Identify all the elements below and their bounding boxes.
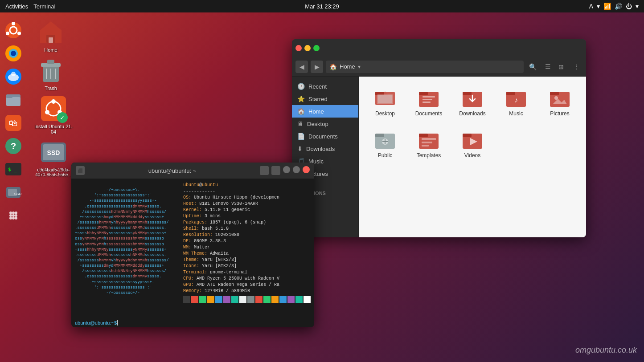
folder-desktop-label: Desktop xyxy=(375,110,395,117)
folder-documents[interactable]: Documents xyxy=(410,84,448,120)
home-label: Home xyxy=(44,47,57,53)
svg-text:SSD: SSD xyxy=(47,149,60,156)
fm-list-view-button[interactable]: ☰ xyxy=(541,61,554,73)
terminal-window: ⬛ ubuntu@ubuntu: ~ 🔍 ☰ ─ □ ✕ .-/+oosssso… xyxy=(71,163,314,327)
term-minimize-button[interactable]: ─ xyxy=(283,166,290,173)
fm-search-button[interactable]: 🔍 xyxy=(526,61,539,73)
svg-rect-72 xyxy=(422,145,429,146)
svg-point-3 xyxy=(17,32,21,35)
desktop-item-ssd[interactable]: SSD c9d4bad5-29da-4070-86a6-9a6e... xyxy=(31,138,76,177)
system-menu-icon[interactable]: ▾ xyxy=(636,3,639,10)
folder-documents-label: Documents xyxy=(415,110,443,117)
fm-back-button[interactable]: ◀ xyxy=(295,61,308,73)
fm-minimize-button[interactable] xyxy=(304,45,311,51)
svg-point-31 xyxy=(15,217,17,220)
svg-rect-53 xyxy=(419,92,428,95)
starred-icon: ⭐ xyxy=(297,95,305,102)
svg-point-4 xyxy=(6,32,9,35)
sidebar-item-documents[interactable]: 📄 Documents xyxy=(292,130,358,142)
term-menu-button[interactable]: ☰ xyxy=(271,166,280,175)
svg-rect-69 xyxy=(419,134,428,137)
ubuntu-logo-icon[interactable] xyxy=(3,20,24,41)
svg-point-64 xyxy=(554,96,558,100)
install-ubuntu-label: Install Ubuntu 21-04 xyxy=(34,124,73,134)
sidebar-item-downloads[interactable]: ⬇ Downloads xyxy=(292,142,358,155)
folder-desktop[interactable]: Desktop xyxy=(366,84,404,120)
trash-label: Trash xyxy=(45,85,57,91)
help-icon[interactable]: ? xyxy=(3,135,24,157)
network-icon[interactable]: ▾ xyxy=(597,3,600,10)
svg-point-28 xyxy=(15,214,17,217)
activities-label[interactable]: Activities xyxy=(5,3,28,10)
folder-videos[interactable]: Videos xyxy=(453,126,492,162)
terminal-app-icon: ⬛ xyxy=(76,166,85,175)
folder-templates[interactable]: Templates xyxy=(410,126,448,162)
fm-address-bar: 🏠 Home ▾ xyxy=(326,61,524,73)
folder-music[interactable]: ♪ Music xyxy=(497,84,535,120)
term-maximize-button[interactable]: □ xyxy=(293,166,300,173)
terminal-prompt[interactable]: ubuntu@ubuntu:~$ xyxy=(71,318,314,327)
term-close-button[interactable]: ✕ xyxy=(303,166,310,173)
sidebar-item-recent[interactable]: 🕐 Recent xyxy=(292,80,358,93)
ssd-dock-icon[interactable]: SSD xyxy=(3,182,24,203)
svg-rect-51 xyxy=(378,95,392,103)
folder-downloads-label: Downloads xyxy=(459,110,485,117)
app-grid-icon[interactable] xyxy=(3,205,24,226)
sidebar-home-label: Home xyxy=(308,108,324,115)
sidebar-item-home[interactable]: 🏠 Home xyxy=(292,105,358,118)
files-icon[interactable] xyxy=(3,89,24,110)
folder-pictures-label: Pictures xyxy=(550,110,569,117)
svg-text:$ _: $ _ xyxy=(8,167,17,172)
firefox-icon[interactable] xyxy=(3,43,24,64)
folder-music-label: Music xyxy=(509,110,523,117)
fm-address-text: Home xyxy=(340,63,355,70)
sidebar-item-desktop[interactable]: 🖥 Desktop xyxy=(292,118,358,130)
folder-grid: Desktop Documents xyxy=(366,84,579,162)
datetime: Mar 31 23:29 xyxy=(305,3,339,10)
neofetch-logo: .-/+oossssoo+\. ':+ssssssssssssssssss+:`… xyxy=(75,182,178,315)
svg-rect-66 xyxy=(375,134,384,137)
term-search-button[interactable]: 🔍 xyxy=(260,166,269,175)
folder-videos-label: Videos xyxy=(464,152,480,159)
file-manager-toolbar: ◀ ▶ 🏠 Home ▾ 🔍 ☰ ⊞ ⋮ xyxy=(292,57,586,77)
desktop-item-home[interactable]: Home xyxy=(31,18,70,53)
desktop-item-trash[interactable]: Trash xyxy=(31,56,70,91)
svg-text:SSD: SSD xyxy=(14,192,22,196)
thunderbird-icon[interactable] xyxy=(3,66,24,87)
power-icon[interactable]: ⏻ xyxy=(626,3,632,10)
desktop-item-install[interactable]: ✓ Install Ubuntu 21-04 xyxy=(31,94,76,134)
svg-point-24 xyxy=(12,212,15,214)
folder-pictures[interactable]: Pictures xyxy=(541,84,579,120)
svg-point-2 xyxy=(12,22,15,25)
terminal-body: .-/+oossssoo+\. ':+ssssssssssssssssss+:`… xyxy=(71,179,314,318)
terminal-dock-icon[interactable]: $ _ xyxy=(3,159,24,180)
svg-rect-12 xyxy=(6,97,21,106)
fm-maximize-button[interactable] xyxy=(313,45,320,51)
folder-public[interactable]: Public xyxy=(366,126,404,162)
svg-point-26 xyxy=(9,214,12,217)
watermark: omgubuntu.co.uk xyxy=(575,346,637,355)
volume-icon[interactable]: 🔊 xyxy=(615,3,622,10)
documents-icon: 📄 xyxy=(297,133,305,140)
fm-forward-button[interactable]: ▶ xyxy=(311,61,323,73)
wifi-icon[interactable]: 📶 xyxy=(603,3,611,10)
terminal-label[interactable]: Terminal xyxy=(33,3,55,10)
fm-menu-button[interactable]: ⋮ xyxy=(570,61,582,73)
svg-rect-36 xyxy=(47,60,54,64)
svg-text:♪: ♪ xyxy=(514,96,518,104)
svg-rect-54 xyxy=(422,96,435,98)
sidebar-documents-label: Documents xyxy=(308,133,338,140)
svg-point-30 xyxy=(12,217,15,220)
software-icon[interactable]: 🛍 xyxy=(3,112,24,134)
folder-downloads[interactable]: Downloads xyxy=(453,84,492,120)
terminal-title: ubuntu@ubuntu: ~ xyxy=(88,167,256,174)
terminal-titlebar: ⬛ ubuntu@ubuntu: ~ 🔍 ☰ ─ □ ✕ xyxy=(71,163,314,179)
font-size-icon[interactable]: A xyxy=(589,3,593,10)
svg-point-23 xyxy=(9,212,12,214)
fm-close-button[interactable] xyxy=(295,45,302,51)
sidebar-item-starred[interactable]: ⭐ Starred xyxy=(292,93,358,105)
folder-public-label: Public xyxy=(378,152,393,159)
fm-grid-view-button[interactable]: ⊞ xyxy=(555,61,567,73)
desktop-icon: 🖥 xyxy=(297,120,304,127)
downloads-icon: ⬇ xyxy=(297,145,303,152)
